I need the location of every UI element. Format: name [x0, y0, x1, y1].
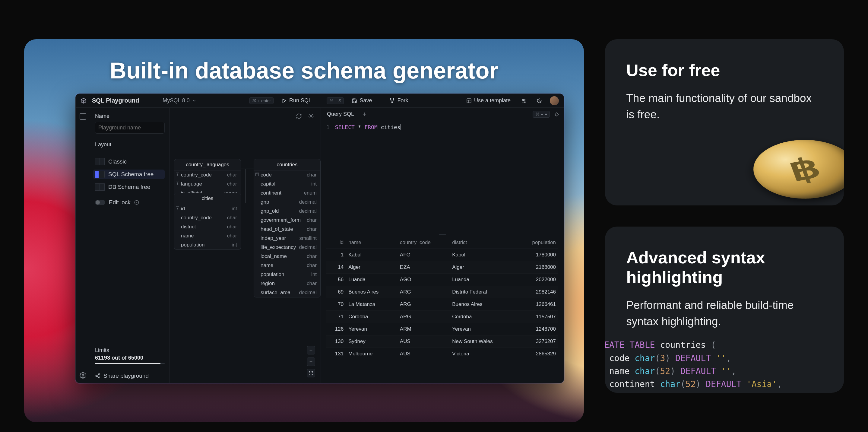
left-rail	[76, 108, 90, 383]
svg-point-11	[98, 377, 100, 378]
code-sample: REATE TABLE countries ( code char(3) DEF…	[605, 330, 823, 393]
sidebar: Name Layout Classic SQL Schema free DB S…	[90, 108, 170, 383]
layout-option-sql-schema-free[interactable]: SQL Schema free	[93, 169, 165, 179]
sliders-icon	[521, 98, 526, 103]
schema-column: government_formchar	[254, 216, 320, 225]
sql-editor[interactable]: 1 SELECT * FROM cities	[321, 121, 564, 133]
refresh-icon	[296, 113, 302, 119]
table-row[interactable]: 71CórdobaARGCórdoba1157507	[326, 311, 558, 323]
fork-icon	[390, 98, 395, 103]
refresh-schema-button[interactable]	[296, 113, 302, 119]
expand-icon	[309, 371, 313, 376]
schema-column: country_codechar	[174, 213, 241, 222]
schema-column: local_namechar	[254, 252, 320, 261]
edit-lock-toggle[interactable]	[95, 200, 105, 205]
schema-diagram[interactable]: country_languages country_codecharlangua…	[170, 108, 320, 383]
zoom-out-button[interactable]: −	[307, 358, 315, 366]
table-row[interactable]: 56LuandaAGOLuanda2022000	[326, 274, 558, 286]
layout-option-db-schema-free[interactable]: DB Schema free	[95, 183, 165, 191]
card-title: Advanced syntax highlighting	[626, 248, 823, 287]
template-icon	[466, 98, 472, 103]
run-kbd: ⌘ + enter	[249, 97, 274, 104]
schema-column: namechar	[254, 261, 320, 270]
svg-point-4	[524, 99, 525, 100]
panel-toggle-button[interactable]	[80, 113, 86, 120]
layout-db-icon	[95, 183, 105, 191]
fullscreen-button[interactable]	[307, 369, 315, 377]
schema-column: head_of_statechar	[254, 225, 320, 234]
svg-point-10	[96, 375, 97, 377]
schema-column: populationint	[174, 241, 241, 249]
schema-column: indep_yearsmallint	[254, 234, 320, 243]
feature-card-syntax: Advanced syntax highlighting Performant …	[605, 226, 844, 393]
save-kbd: ⌘ + S	[327, 97, 344, 104]
schema-column: continentenum	[254, 189, 320, 197]
column-header[interactable]: district	[450, 237, 516, 249]
sparkle-icon	[554, 112, 559, 117]
schema-column: regionchar	[254, 279, 320, 288]
info-icon	[134, 200, 139, 205]
svg-point-12	[310, 116, 312, 117]
limits-progress	[95, 363, 165, 364]
results-grid[interactable]: idnamecountry_codedistrictpopulation 1Ka…	[321, 237, 564, 383]
app-title: SQL Playground	[92, 97, 139, 104]
name-label: Name	[95, 113, 165, 120]
schema-settings-button[interactable]	[308, 113, 314, 119]
db-selector[interactable]: MySQL 8.0	[162, 97, 196, 104]
card-title: Use for free	[626, 60, 823, 80]
playground-name-input[interactable]	[95, 122, 165, 134]
edit-lock-label: Edit lock	[109, 199, 131, 206]
table-row[interactable]: 131MelbourneAUSVictoria2865329	[326, 348, 558, 360]
table-row[interactable]: 130SydneyAUSNew South Wales3276207	[326, 336, 558, 348]
schema-column: populationint	[254, 270, 320, 279]
table-row[interactable]: 70La MatanzaARGBuenos Aires1266461	[326, 298, 558, 311]
schema-column: country_codechar	[174, 171, 241, 180]
table-row[interactable]: 126YerevanARMYerevan1248700	[326, 323, 558, 336]
schema-column: codechar	[254, 171, 320, 180]
use-template-button[interactable]: Use a template	[464, 97, 513, 104]
feature-title: Built-in database schema generator	[24, 57, 584, 84]
feature-card-free: Use for free The main functionality of o…	[605, 39, 844, 206]
run-sql-button[interactable]: Run SQL	[279, 97, 314, 104]
table-row[interactable]: 1KabulAFGKabol1780000	[326, 249, 558, 261]
save-button[interactable]: Save	[349, 97, 374, 104]
titlebar: SQL Playground MySQL 8.0 ⌘ + enter Run S…	[76, 94, 564, 108]
schema-table-cities[interactable]: cities idintcountry_codechardistrictchar…	[174, 193, 241, 250]
table-row[interactable]: 14AlgerDZAAlger2168000	[326, 261, 558, 274]
layout-sql-icon	[95, 171, 105, 178]
layout-label: Layout	[95, 142, 165, 148]
settings-button[interactable]	[80, 372, 86, 379]
fork-button[interactable]: Fork	[387, 97, 410, 104]
svg-point-0	[390, 98, 391, 99]
app-logo-icon	[81, 98, 87, 104]
add-tab-button[interactable]: +	[361, 108, 368, 121]
schema-column: namechar	[174, 232, 241, 241]
gear-icon	[308, 113, 314, 119]
layout-option-classic[interactable]: Classic	[95, 157, 165, 166]
share-playground-button[interactable]: Share playground	[95, 373, 165, 379]
ai-assist-button[interactable]	[554, 112, 559, 117]
pane-resize-handle[interactable]	[321, 233, 564, 237]
find-kbd: ⌘ + F	[533, 111, 550, 118]
column-header[interactable]: population	[516, 237, 558, 249]
card-body: Performant and reliable build-time synta…	[626, 297, 823, 330]
user-avatar[interactable]	[550, 96, 559, 105]
column-header[interactable]: name	[346, 237, 398, 249]
tab-query-sql[interactable]: Query SQL	[325, 108, 356, 120]
table-row[interactable]: 69Buenos AiresARGDistrito Federal2982146	[326, 286, 558, 298]
play-icon	[281, 98, 287, 103]
schema-table-countries[interactable]: countries codecharcapitalintcontinentenu…	[254, 159, 320, 298]
schema-column: gnpdecimal	[254, 197, 320, 207]
schema-column: gnp_olddecimal	[254, 207, 320, 216]
column-header[interactable]: country_code	[398, 237, 450, 249]
query-tabs: Query SQL + ⌘ + F	[321, 108, 564, 121]
schema-column: surface_areadecimal	[254, 288, 320, 297]
settings-toggle-button[interactable]	[519, 98, 529, 103]
svg-point-2	[392, 102, 393, 103]
svg-point-7	[82, 374, 84, 376]
svg-point-1	[393, 98, 394, 99]
column-header[interactable]: id	[326, 237, 346, 249]
theme-toggle-button[interactable]	[534, 98, 545, 103]
zoom-in-button[interactable]: +	[307, 346, 315, 354]
limits-value: 61193 out of 65000	[95, 355, 165, 361]
